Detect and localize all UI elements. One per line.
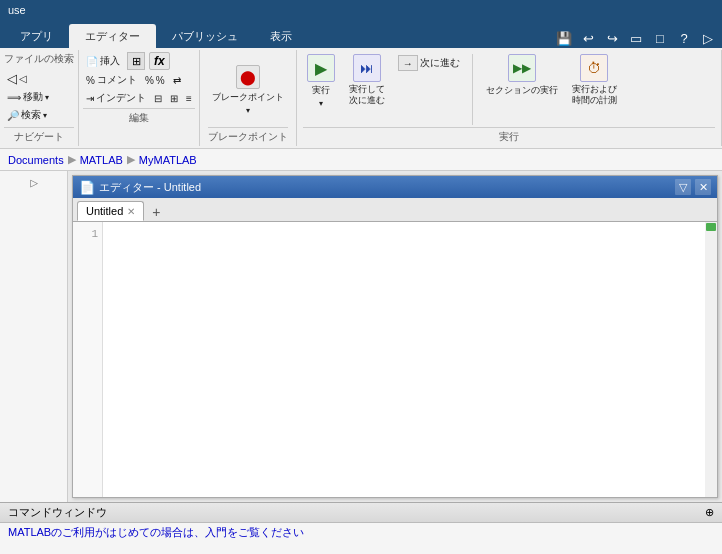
breadcrumb-arrow2: ▶ — [127, 153, 135, 166]
save-icon[interactable]: 💾 — [554, 28, 574, 48]
run-time-btn[interactable]: ⏱ 実行および時間の計測 — [568, 52, 621, 108]
editor-title: エディター - Untitled — [99, 180, 201, 195]
indent-btn[interactable]: ⇥ インデント — [83, 90, 149, 106]
breadcrumb-part1[interactable]: Documents — [8, 154, 64, 166]
editor-titlebar-btns: ▽ ✕ — [675, 179, 711, 195]
editor-file-icon: 📄 — [79, 180, 95, 195]
minimize-window-icon[interactable]: ▭ — [626, 28, 646, 48]
editor-minimize-btn[interactable]: ▽ — [675, 179, 691, 195]
comment-btn[interactable]: % コメント — [83, 72, 140, 88]
search-dropdown-icon: ▾ — [43, 111, 47, 120]
run-next-btn[interactable]: ⏭ 実行して次に進む — [345, 52, 389, 108]
move-icon: ⟹ — [7, 92, 21, 103]
command-hint-text: MATLABのご利用がはじめての場合は、入門をご覧ください — [8, 526, 304, 538]
editor-close-btn[interactable]: ✕ — [695, 179, 711, 195]
sidebar-collapse-btn[interactable]: ◁ — [28, 175, 39, 194]
redo-icon[interactable]: ↪ — [602, 28, 622, 48]
editor-titlebar-left: 📄 エディター - Untitled — [79, 180, 201, 195]
indent-icon: ⇥ — [86, 93, 94, 104]
img-icon-1: ⊞ — [127, 52, 145, 70]
breakpoint-icon: ⬤ — [236, 65, 260, 89]
tab-editor[interactable]: エディター — [69, 24, 156, 48]
command-window-title: コマンドウィンドウ — [8, 505, 107, 520]
run-time-icon: ⏱ — [580, 54, 608, 82]
title-bar: use — [0, 0, 722, 20]
run-section-btn[interactable]: ▶▶ セクションの実行 — [482, 52, 562, 99]
command-window: コマンドウィンドウ ⊕ MATLABのご利用がはじめての場合は、入門をご覧くださ… — [0, 502, 722, 554]
maximize-window-icon[interactable]: □ — [650, 28, 670, 48]
move-dropdown-icon: ▾ — [45, 93, 49, 102]
search-icon: 🔎 — [7, 110, 19, 121]
fx-button[interactable]: fx — [149, 52, 170, 70]
navigate-section-label: ナビゲート — [4, 127, 74, 144]
percent-icon: % — [156, 75, 165, 86]
insert-btn[interactable]: 📄 挿入 — [83, 53, 123, 69]
tab-view[interactable]: 表示 — [254, 24, 308, 48]
breadcrumb-part2[interactable]: MATLAB — [80, 154, 123, 166]
run-next-label: 実行して次に進む — [349, 84, 385, 106]
breadcrumb-part3[interactable]: MyMATLAB — [139, 154, 197, 166]
move-btn[interactable]: ⟹ 移動 ▾ — [4, 89, 74, 105]
step-icon: → — [398, 55, 418, 71]
insert-icon: 📄 — [86, 56, 98, 67]
run-time-label: 実行および時間の計測 — [572, 84, 617, 106]
step-btn[interactable]: → 次に進む — [395, 54, 463, 72]
indent-icon3[interactable]: ≡ — [183, 92, 195, 105]
tab-apps[interactable]: アプリ — [4, 24, 69, 48]
breakpoint-section-label: ブレークポイント — [208, 127, 288, 144]
editor-titlebar: 📄 エディター - Untitled ▽ ✕ — [73, 176, 717, 198]
breakpoint-arrow: ▾ — [246, 106, 250, 115]
code-editor[interactable] — [103, 222, 705, 497]
editor-tab-close-btn[interactable]: ✕ — [127, 206, 135, 217]
run-label: 実行 — [312, 84, 330, 97]
wrap-icon: ⇄ — [173, 75, 181, 86]
command-expand-icon[interactable]: ⊕ — [705, 506, 714, 519]
uncomment-btn[interactable]: % % — [142, 74, 168, 87]
run-btn[interactable]: ▶ 実行 ▾ — [303, 52, 339, 110]
indent-icon1[interactable]: ⊟ — [151, 92, 165, 105]
editor-add-tab-btn[interactable]: + — [146, 203, 166, 221]
breadcrumb-arrow1: ▶ — [68, 153, 76, 166]
title-text: use — [8, 4, 26, 16]
help-icon[interactable]: ? — [674, 28, 694, 48]
run-arrow: ▾ — [319, 99, 323, 108]
editor-window: 📄 エディター - Untitled ▽ ✕ Untitled ✕ + — [72, 175, 718, 498]
breakpoint-btn[interactable]: ⬤ ブレークポイント ▾ — [208, 63, 288, 117]
run-icon: ▶ — [307, 54, 335, 82]
main-area: ◁ 📄 エディター - Untitled ▽ ✕ — [0, 171, 722, 502]
scrollbar-position-indicator — [706, 223, 716, 231]
editor-tabs: Untitled ✕ + — [73, 198, 717, 222]
indent-list-icon: ≡ — [186, 93, 192, 104]
indent-right-icon: ⊞ — [170, 93, 178, 104]
search-btn[interactable]: 🔎 検索 ▾ — [4, 107, 74, 123]
editor-tab-untitled[interactable]: Untitled ✕ — [77, 201, 144, 221]
ribbon-tabs-container: アプリ エディター パブリッシュ 表示 💾 ↩ ↪ ▭ □ ? ▷ — [0, 20, 722, 48]
run-next-icon: ⏭ — [353, 54, 381, 82]
run-section-icon: ▶▶ — [508, 54, 536, 82]
left-sidebar: ◁ — [0, 171, 68, 502]
breakpoint-label: ブレークポイント — [212, 91, 284, 104]
command-header: コマンドウィンドウ ⊕ — [0, 503, 722, 523]
more-icon[interactable]: ▷ — [698, 28, 718, 48]
tab-publish[interactable]: パブリッシュ — [156, 24, 254, 48]
comment-icon: % — [86, 75, 95, 86]
back-icon: ◁ — [7, 71, 17, 86]
top-right-icons: 💾 ↩ ↪ ▭ □ ? ▷ — [554, 28, 722, 48]
nav-back-btn[interactable]: ◁ ◁ — [4, 70, 74, 87]
line-numbers: 1 — [73, 222, 103, 497]
breadcrumb: Documents ▶ MATLAB ▶ MyMATLAB — [0, 149, 722, 171]
run-section-label: セクションの実行 — [486, 84, 558, 97]
editor-scrollbar[interactable] — [705, 222, 717, 497]
editor-area: 📄 エディター - Untitled ▽ ✕ Untitled ✕ + — [68, 171, 722, 502]
editor-tab-label: Untitled — [86, 205, 123, 217]
undo-icon[interactable]: ↩ — [578, 28, 598, 48]
ribbon-toolbar: ファイルの検索 ◁ ◁ ⟹ 移動 ▾ 🔎 検索 ▾ ナビゲート 📄 — [0, 48, 722, 149]
line-number-1: 1 — [77, 226, 98, 242]
command-content: MATLABのご利用がはじめての場合は、入門をご覧ください — [0, 523, 722, 554]
run-separator — [472, 54, 473, 125]
indent-icon2[interactable]: ⊞ — [167, 92, 181, 105]
run-section-footer-label: 実行 — [303, 127, 715, 144]
file-search-label: ファイルの検索 — [4, 52, 74, 66]
wrap-btn[interactable]: ⇄ — [170, 74, 184, 87]
editor-content: 1 — [73, 222, 717, 497]
